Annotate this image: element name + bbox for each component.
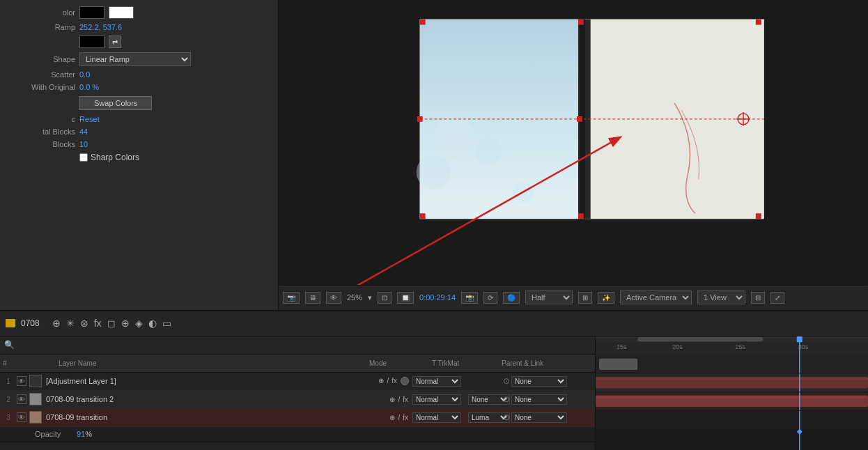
comp-button[interactable]: ⊞ <box>578 292 592 304</box>
total-blocks-value[interactable]: 44 <box>79 127 88 136</box>
svg-rect-10 <box>420 20 426 25</box>
rgb-button[interactable]: 🔵 <box>503 292 520 304</box>
color-label: olor <box>6 8 75 17</box>
layer-row-3: 3 👁 0708-09 transition ⊕ / fx Normal <box>0 409 595 427</box>
layer-link-icon-1[interactable]: ⊕ <box>378 377 384 385</box>
monitor-button[interactable]: 🖥 <box>305 292 320 304</box>
view-select[interactable]: 1 View 2 Views <box>697 290 745 304</box>
layer-slash-icon-1[interactable]: / <box>387 377 389 385</box>
layer-fx-icon-2[interactable]: fx <box>403 396 408 403</box>
fit-button[interactable]: ⊡ <box>378 292 392 304</box>
with-original-value[interactable]: 0.0 % <box>79 83 99 91</box>
toggle-button[interactable]: 👁 <box>326 292 341 304</box>
svg-marker-42 <box>797 428 803 434</box>
layer-row-1: 1 👁 [Adjustment Layer 1] ⊕ / fx Nor <box>0 373 595 391</box>
svg-point-7 <box>475 138 503 166</box>
scatter-value[interactable]: 0.0 <box>79 70 90 79</box>
tool-fx[interactable]: fx <box>94 318 102 329</box>
layer-link-icon-2[interactable]: ⊕ <box>389 396 395 403</box>
effect-button[interactable]: ✨ <box>598 292 614 304</box>
snapshot-button[interactable]: 📷 <box>283 292 300 304</box>
shape-select[interactable]: Linear Ramp Radial Ramp <box>79 52 191 66</box>
layer-row-2: 2 👁 0708-09 transition 2 ⊕ / fx Normal <box>0 391 595 409</box>
opacity-row: Opacity 91 % <box>0 427 595 442</box>
parent-icon-3: ⊙ <box>503 412 510 422</box>
reset-row: c Reset <box>6 113 272 125</box>
parent-icon-1: ⊙ <box>503 376 510 386</box>
tool-blend[interactable]: ⊕ <box>121 318 130 329</box>
colors-swap-row: ⇄ <box>6 33 272 50</box>
svg-rect-30 <box>637 337 763 341</box>
tool-lock[interactable]: ◈ <box>135 318 143 329</box>
preview-background <box>279 0 868 310</box>
layer-link-icon-3[interactable]: ⊕ <box>389 414 395 421</box>
main-layout: olor Ramp 252.2, 537.6 ⇄ Shape Linear Ra… <box>0 0 868 450</box>
viewer-btn2[interactable]: ⤢ <box>770 292 784 304</box>
zoom-display[interactable]: 25% <box>347 293 362 302</box>
layer-mode-select-3[interactable]: Normal <box>412 412 461 423</box>
ramp-start-value[interactable]: 252.2, 537.6 <box>79 23 122 31</box>
snap-button[interactable]: 📸 <box>461 292 478 304</box>
layer-icons-2: ⊕ / fx <box>389 396 410 403</box>
parent-select-2[interactable]: None <box>511 394 567 405</box>
layer-slash-icon-3[interactable]: / <box>398 414 400 421</box>
layer-name-2[interactable]: 0708-09 transition 2 <box>43 395 389 403</box>
tool-shape[interactable]: ▭ <box>162 318 171 329</box>
timeline-main: 🔍 # Layer Name Mode T TrkMat Parent & Li… <box>0 336 868 450</box>
tool-motion[interactable]: ◻ <box>107 318 116 329</box>
layer-mode-col-2: Normal <box>412 394 468 405</box>
parent-icon-2: ⊙ <box>503 394 510 404</box>
tool-parent[interactable]: ⊕ <box>52 318 61 329</box>
layer-mode-select-1[interactable]: Normal <box>412 376 461 387</box>
layer-trkmat-col-2: None <box>468 394 503 405</box>
shape-row: Shape Linear Ramp Radial Ramp <box>6 50 272 68</box>
zoom-dropdown-arrow[interactable]: ▾ <box>368 293 372 302</box>
layer-slash-icon-2[interactable]: / <box>398 396 400 403</box>
layer-solo-1[interactable] <box>401 377 409 385</box>
tool-solo[interactable]: ◐ <box>148 318 157 329</box>
layer-visibility-3[interactable]: 👁 <box>17 412 26 422</box>
color-swatch-black[interactable] <box>79 6 104 19</box>
reset-link[interactable]: Reset <box>79 115 100 123</box>
layer-thumb-1 <box>29 375 42 387</box>
swap-arrows-icon[interactable]: ⇄ <box>109 36 121 48</box>
layer-fx-icon-1[interactable]: fx <box>392 377 397 385</box>
layer-icons-1: ⊕ / fx <box>378 377 410 385</box>
svg-rect-12 <box>420 213 426 219</box>
timecode-display[interactable]: 0:00:29:14 <box>419 293 456 302</box>
loop-button[interactable]: ⟳ <box>483 292 497 304</box>
col-mode: Mode <box>369 359 432 367</box>
swap-colors-button[interactable]: Swap Colors <box>79 96 152 110</box>
opacity-value[interactable]: 91 <box>77 430 85 438</box>
layer-parent-col-3: ⊙ None <box>503 412 594 423</box>
svg-rect-13 <box>756 213 761 219</box>
tool-morph[interactable]: ⊛ <box>80 318 88 329</box>
tool-star[interactable]: ✳ <box>66 318 75 329</box>
color-swatch-white[interactable] <box>109 6 134 19</box>
layer-name-1[interactable]: [Adjustment Layer 1] <box>43 377 378 385</box>
timeline-header: 0708 ⊕ ✳ ⊛ fx ◻ ⊕ ◈ ◐ ▭ <box>0 311 868 336</box>
viewer-btn1[interactable]: ⊟ <box>751 292 765 304</box>
layer-icons-3: ⊕ / fx <box>389 414 410 421</box>
layer-visibility-1[interactable]: 👁 <box>17 376 26 386</box>
camera-select[interactable]: Active Camera <box>620 290 692 304</box>
layer-num-2: 2 <box>1 396 15 403</box>
layer-name-3[interactable]: 0708-09 transition <box>43 413 389 421</box>
layer-fx-icon-3[interactable]: fx <box>403 414 408 421</box>
blocks-label: Blocks <box>6 140 75 148</box>
mask-button[interactable]: 🔲 <box>397 292 414 304</box>
svg-rect-21 <box>417 116 423 122</box>
sharp-colors-checkbox[interactable] <box>79 153 88 162</box>
ramp-label: Ramp <box>6 23 75 31</box>
parent-select-3[interactable]: None <box>511 412 567 423</box>
quality-select[interactable]: Half Full Quarter <box>525 290 573 304</box>
comp-icon <box>6 319 15 327</box>
ramp-color-black[interactable] <box>79 36 104 48</box>
preview-area: 📷 🖥 👁 25% ▾ ⊡ 🔲 0:00:29:14 📸 ⟳ 🔵 Half Fu… <box>279 0 868 310</box>
search-input[interactable] <box>17 341 101 349</box>
blocks-value[interactable]: 10 <box>79 140 88 148</box>
parent-select-1[interactable]: None <box>511 376 567 387</box>
ramp-row: Ramp 252.2, 537.6 <box>6 21 272 33</box>
layer-visibility-2[interactable]: 👁 <box>17 394 26 404</box>
layer-mode-select-2[interactable]: Normal <box>412 394 461 405</box>
